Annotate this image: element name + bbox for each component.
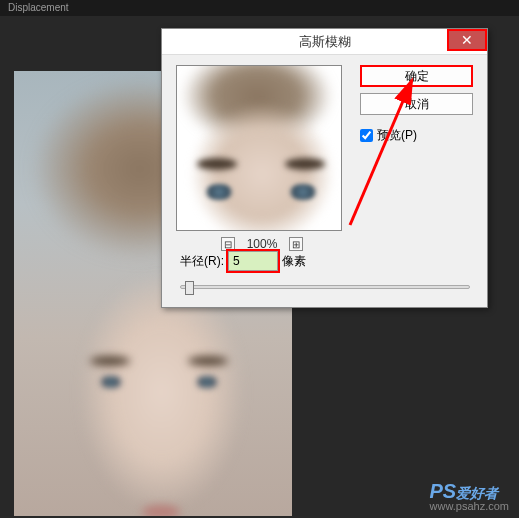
dialog-title-bar[interactable]: 高斯模糊 ✕ [162, 29, 487, 55]
preview-checkbox-row[interactable]: 预览(P) [360, 127, 473, 144]
slider-thumb[interactable] [185, 281, 194, 295]
ok-button[interactable]: 确定 [360, 65, 473, 87]
dialog-title: 高斯模糊 [299, 33, 351, 51]
document-tab[interactable]: Displacement [0, 0, 519, 16]
zoom-in-button[interactable]: ⊞ [289, 237, 303, 251]
preview-label: 预览(P) [377, 127, 417, 144]
radius-label: 半径(R): [180, 253, 224, 270]
radius-unit: 像素 [282, 253, 306, 270]
cancel-button[interactable]: 取消 [360, 93, 473, 115]
radius-input[interactable] [228, 251, 278, 271]
radius-slider[interactable] [180, 285, 470, 289]
gaussian-blur-dialog: 高斯模糊 ✕ ⊟ 100% ⊞ 确定 取消 [161, 28, 488, 308]
preview-checkbox[interactable] [360, 129, 373, 142]
zoom-value: 100% [247, 237, 278, 251]
zoom-out-button[interactable]: ⊟ [221, 237, 235, 251]
close-icon: ✕ [461, 32, 473, 48]
preview-image[interactable] [176, 65, 342, 231]
close-button[interactable]: ✕ [447, 29, 487, 51]
watermark: PS爱好者 www.psahz.com [430, 480, 509, 512]
